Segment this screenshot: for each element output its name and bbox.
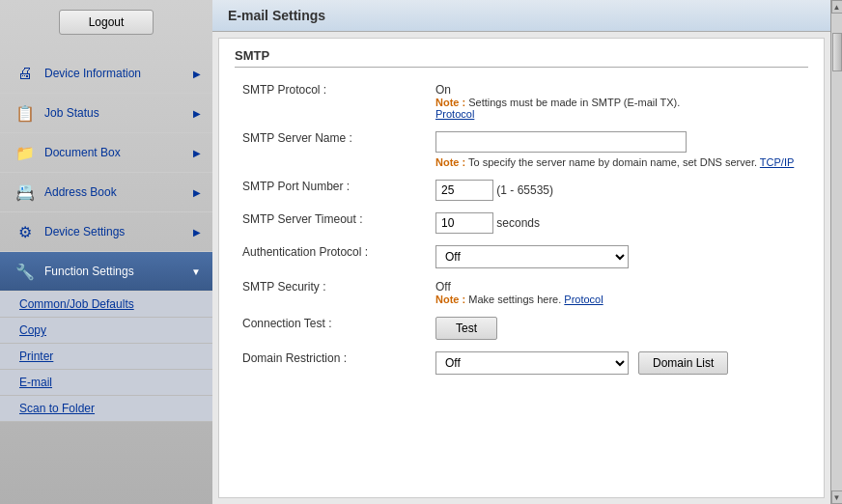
logout-button[interactable]: Logout — [59, 10, 154, 35]
sidebar-item-function-settings[interactable]: 🔧 Function Settings ▼ — [0, 252, 212, 292]
page-header: E-mail Settings — [212, 0, 830, 32]
function-settings-icon: 🔧 — [12, 260, 39, 283]
chevron-right-icon: ▶ — [193, 108, 201, 119]
domain-restriction-value: Off On Domain List — [428, 346, 808, 380]
content-area: SMTP SMTP Protocol : On Note : Settings … — [218, 38, 825, 498]
smtp-form-table: SMTP Protocol : On Note : Settings must … — [235, 77, 808, 380]
smtp-security-note-label: Note : — [435, 294, 465, 305]
smtp-server-timeout-row: SMTP Server Timeout : seconds — [235, 207, 808, 239]
smtp-protocol-row: SMTP Protocol : On Note : Settings must … — [235, 77, 808, 126]
smtp-port-number-value: (1 - 65535) — [428, 174, 808, 207]
smtp-server-timeout-unit: seconds — [496, 216, 540, 230]
smtp-server-name-value: Note : To specify the server name by dom… — [428, 126, 808, 174]
submenu-item-email[interactable]: E-mail — [0, 370, 212, 396]
authentication-protocol-row: Authentication Protocol : Off On — [235, 239, 808, 274]
device-settings-icon: ⚙ — [12, 220, 39, 243]
submenu-item-common-job-defaults[interactable]: Common/Job Defaults — [0, 292, 212, 318]
domain-restriction-row: Domain Restriction : Off On Domain List — [235, 346, 808, 380]
device-information-icon: 🖨 — [12, 62, 39, 85]
sidebar-item-label: Device Settings — [44, 225, 125, 238]
smtp-port-number-label: SMTP Port Number : — [235, 174, 428, 207]
smtp-server-name-row: SMTP Server Name : Note : To specify the… — [235, 126, 808, 174]
connection-test-value: Test — [428, 311, 808, 346]
smtp-security-note-text: Make settings here. — [468, 294, 561, 305]
chevron-right-icon: ▶ — [193, 148, 201, 158]
smtp-security-row: SMTP Security : Off Note : Make settings… — [235, 274, 808, 311]
smtp-protocol-label: SMTP Protocol : — [235, 77, 428, 126]
domain-restriction-label: Domain Restriction : — [235, 346, 428, 380]
smtp-server-name-note-text: To specify the server name by domain nam… — [468, 156, 757, 168]
smtp-security-label: SMTP Security : — [235, 274, 428, 311]
smtp-server-name-note-label: Note : — [435, 156, 465, 168]
sidebar: Logout 🖨 Device Information ▶ 📋 Job Stat… — [0, 0, 212, 504]
authentication-protocol-label: Authentication Protocol : — [235, 239, 428, 274]
sidebar-item-device-settings[interactable]: ⚙ Device Settings ▶ — [0, 212, 212, 252]
smtp-server-timeout-value: seconds — [428, 207, 808, 239]
smtp-protocol-value: On Note : Settings must be made in SMTP … — [428, 77, 808, 126]
address-book-icon: 📇 — [12, 181, 39, 204]
smtp-security-value: Off Note : Make settings here. Protocol — [428, 274, 808, 311]
test-button[interactable]: Test — [435, 317, 497, 340]
smtp-protocol-note-label: Note : — [435, 97, 465, 108]
sidebar-item-label: Document Box — [44, 146, 121, 159]
job-status-icon: 📋 — [12, 101, 39, 125]
smtp-protocol-note-text: Settings must be made in SMTP (E-mail TX… — [468, 97, 680, 108]
right-scrollbar: ▲ ▼ — [830, 0, 842, 504]
smtp-security-note: Note : Make settings here. Protocol — [435, 294, 800, 305]
submenu-item-printer[interactable]: Printer — [0, 344, 212, 370]
smtp-server-timeout-label: SMTP Server Timeout : — [235, 207, 428, 239]
function-settings-submenu: Common/Job Defaults Copy Printer E-mail … — [0, 292, 212, 422]
sidebar-item-document-box[interactable]: 📁 Document Box ▶ — [0, 133, 212, 173]
main-content: E-mail Settings SMTP SMTP Protocol : On … — [212, 0, 830, 504]
sidebar-nav: 🖨 Device Information ▶ 📋 Job Status ▶ 📁 … — [0, 54, 212, 504]
smtp-protocol-note: Note : Settings must be made in SMTP (E-… — [435, 97, 800, 120]
smtp-port-number-row: SMTP Port Number : (1 - 65535) — [235, 174, 808, 207]
chevron-right-icon: ▶ — [193, 227, 201, 238]
smtp-protocol-status: On — [435, 83, 800, 97]
smtp-server-timeout-input[interactable] — [435, 212, 493, 234]
smtp-server-name-label: SMTP Server Name : — [235, 126, 428, 174]
smtp-security-link[interactable]: Protocol — [564, 294, 603, 305]
smtp-server-name-note: Note : To specify the server name by dom… — [435, 156, 800, 168]
sidebar-item-label: Function Settings — [44, 265, 134, 278]
scroll-thumb[interactable] — [832, 33, 842, 71]
smtp-section-title: SMTP — [235, 48, 808, 68]
smtp-server-name-link[interactable]: TCP/IP — [760, 156, 794, 168]
chevron-right-icon: ▶ — [193, 69, 201, 79]
document-box-icon: 📁 — [12, 141, 39, 164]
scroll-track — [831, 14, 842, 490]
connection-test-row: Connection Test : Test — [235, 311, 808, 346]
authentication-protocol-select[interactable]: Off On — [435, 245, 629, 268]
smtp-server-name-input[interactable] — [435, 131, 687, 153]
scroll-up-arrow[interactable]: ▲ — [831, 0, 843, 14]
smtp-security-status: Off — [435, 280, 800, 294]
sidebar-item-job-status[interactable]: 📋 Job Status ▶ — [0, 94, 212, 133]
sidebar-item-label: Job Status — [44, 106, 99, 120]
authentication-protocol-value: Off On — [428, 239, 808, 274]
submenu-item-scan-to-folder[interactable]: Scan to Folder — [0, 396, 212, 422]
chevron-right-icon: ▶ — [193, 187, 201, 198]
scroll-down-arrow[interactable]: ▼ — [831, 490, 843, 504]
chevron-down-icon: ▼ — [191, 266, 201, 277]
sidebar-item-address-book[interactable]: 📇 Address Book ▶ — [0, 173, 212, 212]
page-title: E-mail Settings — [228, 8, 325, 23]
smtp-port-number-input[interactable] — [435, 180, 493, 201]
smtp-port-number-range: (1 - 65535) — [496, 183, 553, 197]
sidebar-item-label: Address Book — [44, 185, 117, 199]
domain-list-button[interactable]: Domain List — [638, 351, 728, 375]
smtp-protocol-link[interactable]: Protocol — [435, 108, 474, 120]
domain-restriction-select[interactable]: Off On — [435, 351, 629, 375]
submenu-item-copy[interactable]: Copy — [0, 318, 212, 344]
sidebar-item-label: Device Information — [44, 67, 141, 80]
sidebar-item-device-information[interactable]: 🖨 Device Information ▶ — [0, 54, 212, 94]
connection-test-label: Connection Test : — [235, 311, 428, 346]
